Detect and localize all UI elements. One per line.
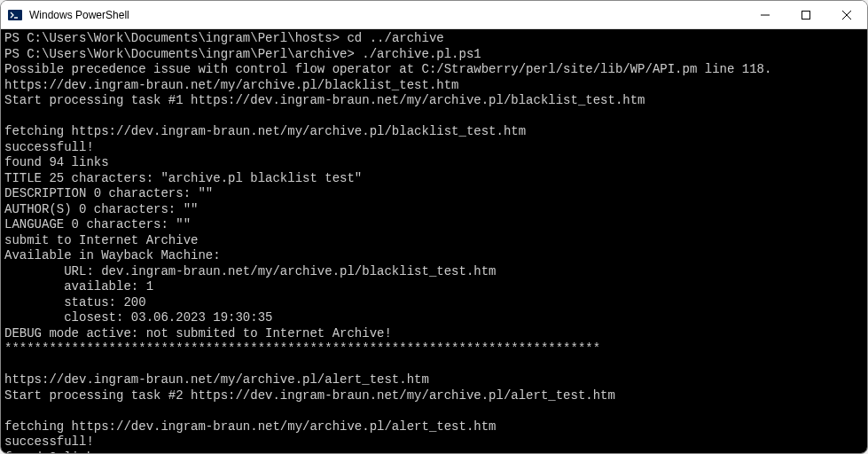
terminal-line: PS C:\Users\Work\Documents\ingram\Perl\h… xyxy=(4,31,864,47)
terminal-line: https://dev.ingram-braun.net/my/archive.… xyxy=(4,78,864,94)
terminal-line: URL: dev.ingram-braun.net/my/archive.pl/… xyxy=(4,264,864,280)
terminal-line: submit to Internet Archive xyxy=(4,233,864,249)
terminal-line xyxy=(4,357,864,373)
powershell-window: Windows PowerShell PS C:\Users\Work\Docu… xyxy=(0,0,868,454)
terminal-line xyxy=(4,109,864,125)
close-button[interactable] xyxy=(826,1,867,28)
powershell-icon xyxy=(8,8,22,22)
terminal-line: TITLE 25 characters: "archive.pl blackli… xyxy=(4,171,864,187)
terminal-line: Start processing task #2 https://dev.ing… xyxy=(4,388,864,404)
titlebar[interactable]: Windows PowerShell xyxy=(1,1,867,29)
command: cd ../archive xyxy=(347,31,443,45)
terminal-line: https://dev.ingram-braun.net/my/archive.… xyxy=(4,372,864,388)
window-controls xyxy=(745,1,867,28)
terminal-line: DESCRIPTION 0 characters: "" xyxy=(4,186,864,202)
svg-rect-3 xyxy=(802,11,810,19)
terminal-line: Possible precedence issue with control f… xyxy=(4,62,864,78)
terminal-line: AUTHOR(S) 0 characters: "" xyxy=(4,202,864,218)
terminal-line: status: 200 xyxy=(4,295,864,311)
maximize-button[interactable] xyxy=(786,1,826,28)
svg-rect-0 xyxy=(8,10,22,20)
terminal-line: DEBUG mode active: not submited to Inter… xyxy=(4,326,864,342)
terminal-line: available: 1 xyxy=(4,279,864,295)
prompt: PS C:\Users\Work\Documents\ingram\Perl\a… xyxy=(4,47,362,61)
command: ./archive.pl.ps1 xyxy=(362,47,481,61)
window-title: Windows PowerShell xyxy=(29,9,745,21)
prompt: PS C:\Users\Work\Documents\ingram\Perl\h… xyxy=(4,31,347,45)
terminal-line: found 2 links xyxy=(4,450,864,454)
terminal-line: found 94 links xyxy=(4,155,864,171)
terminal-line: LANGUAGE 0 characters: "" xyxy=(4,217,864,233)
terminal-line: successfull! xyxy=(4,140,864,156)
terminal-line: fetching https://dev.ingram-braun.net/my… xyxy=(4,124,864,140)
terminal-line: closest: 03.06.2023 19:30:35 xyxy=(4,310,864,326)
terminal-line: fetching https://dev.ingram-braun.net/my… xyxy=(4,419,864,435)
terminal-line: Start processing task #1 https://dev.ing… xyxy=(4,93,864,109)
terminal-line: Available in Wayback Machine: xyxy=(4,248,864,264)
terminal-output[interactable]: PS C:\Users\Work\Documents\ingram\Perl\h… xyxy=(1,29,867,453)
terminal-line xyxy=(4,403,864,419)
terminal-line: PS C:\Users\Work\Documents\ingram\Perl\a… xyxy=(4,47,864,63)
terminal-line: successfull! xyxy=(4,434,864,450)
terminal-line: ****************************************… xyxy=(4,341,864,357)
minimize-button[interactable] xyxy=(745,1,786,28)
